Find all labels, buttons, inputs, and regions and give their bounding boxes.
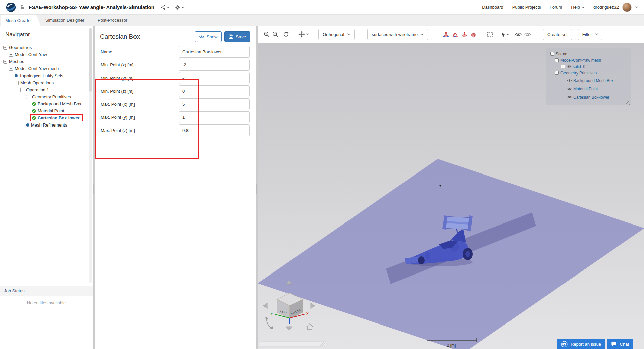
tree-item-geometry-primitives[interactable]: Geometry Primitives <box>0 93 93 100</box>
save-button-label: Save <box>236 34 246 39</box>
collapse-icon[interactable] <box>9 67 13 71</box>
show-button[interactable]: Show <box>195 31 222 42</box>
name-input[interactable] <box>179 46 250 58</box>
scene-item-label: solid_0 <box>573 64 585 69</box>
scene-tree-item-mesh[interactable]: Model-Conf-Yaw mesh <box>548 57 629 63</box>
report-issue-button[interactable]: Report an issue <box>557 339 605 349</box>
select-edges-icon[interactable] <box>451 30 459 39</box>
select-volumes-icon[interactable] <box>469 30 477 39</box>
collapse-icon[interactable] <box>15 81 19 85</box>
tree-item-label: Material Point <box>38 108 64 113</box>
expand-icon[interactable] <box>561 65 565 68</box>
tree-item-label: Mesh Operations <box>20 80 54 85</box>
tree-item-model-conf-yaw-mesh[interactable]: Model-Conf-Yaw mesh <box>0 65 93 72</box>
min-y-input[interactable] <box>179 72 250 84</box>
nav-link-public-projects[interactable]: Public Projects <box>512 5 541 10</box>
collapse-icon[interactable] <box>26 95 30 99</box>
tree-item-mesh-refinements[interactable]: Mesh Refinements <box>0 121 93 129</box>
max-x-input[interactable] <box>179 98 250 110</box>
tree-item-model-conf-yaw[interactable]: Model-Conf-Yaw <box>0 51 93 58</box>
material-point-marker[interactable] <box>440 185 441 187</box>
pan-tool-menu[interactable] <box>298 31 309 38</box>
horizontal-scrollbar[interactable] <box>259 342 326 347</box>
zoom-out-icon[interactable] <box>271 30 279 39</box>
workbench-tabs: Mesh Creator Simulation Designer Post-Pr… <box>0 15 644 26</box>
pan-icon <box>298 31 305 38</box>
settings-menu-button[interactable] <box>175 5 184 10</box>
scene-tree-item-geometry-primitives[interactable]: Geometry Primitives <box>548 70 629 76</box>
select-faces-icon[interactable] <box>460 30 468 39</box>
box-select-icon[interactable] <box>486 30 494 39</box>
overlay-resize-grip[interactable] <box>626 101 630 105</box>
collapse-icon[interactable] <box>550 52 554 56</box>
save-button[interactable]: Save <box>224 31 250 42</box>
show-all-icon[interactable] <box>514 30 522 39</box>
nav-link-forum[interactable]: Forum <box>550 5 562 10</box>
user-avatar[interactable] <box>622 3 632 12</box>
visibility-eye-icon[interactable] <box>567 79 572 82</box>
home-view-icon[interactable] <box>307 324 313 329</box>
tree-item-background-mesh-box[interactable]: Background Mesh Box <box>0 100 93 107</box>
app-logo-icon[interactable] <box>6 2 16 12</box>
scene-tree-item-material-point[interactable]: Material Point <box>548 85 629 93</box>
user-menu[interactable]: drodriguez32 <box>593 3 638 12</box>
min-z-input[interactable] <box>179 85 250 97</box>
navigator-scrollbar[interactable] <box>89 28 92 283</box>
viewport-3d: Orthogonal surfaces with wireframe Creat… <box>258 26 644 349</box>
tab-mesh-creator[interactable]: Mesh Creator <box>1 15 41 26</box>
min-x-input[interactable] <box>179 59 250 71</box>
job-status-header[interactable]: Job Status <box>0 286 93 296</box>
tree-item-topological-entity-sets[interactable]: Topological Entity Sets <box>0 72 93 79</box>
share-button[interactable] <box>160 5 170 10</box>
scene-tree-item-solid-0[interactable]: solid_0 <box>548 63 629 70</box>
scene-item-label: Geometry Primitives <box>560 71 597 76</box>
tree-item-meshes[interactable]: Meshes <box>0 58 93 65</box>
render-mode-dropdown[interactable]: surfaces with wireframe <box>367 29 428 40</box>
tree-item-geometries[interactable]: Geometries <box>0 44 93 51</box>
top-header: FSAE-Workshop-S3- Yaw angle- Analysis-Si… <box>0 0 644 15</box>
max-z-input[interactable] <box>179 124 250 136</box>
nav-link-dashboard[interactable]: Dashboard <box>482 5 503 10</box>
create-set-button[interactable]: Create set <box>543 29 572 40</box>
pointer-select-menu[interactable] <box>501 32 509 37</box>
panel-splitter-right[interactable] <box>256 26 258 349</box>
navigator-panel: Navigator Geometries Model-Conf-Yaw Mesh… <box>0 26 93 349</box>
collapse-icon[interactable] <box>555 71 559 75</box>
select-vertices-icon[interactable] <box>442 30 450 39</box>
tree-item-material-point[interactable]: Material Point <box>0 107 93 114</box>
splitter-grip[interactable] <box>93 184 94 194</box>
collapse-icon[interactable] <box>3 60 7 64</box>
hide-selected-icon[interactable] <box>524 30 532 39</box>
x-axis-label: X <box>306 312 309 316</box>
max-y-input[interactable] <box>179 111 250 123</box>
panel-splitter-left[interactable] <box>93 26 95 349</box>
3d-canvas[interactable]: LEFT BOTTOM <box>258 43 644 349</box>
collapse-icon[interactable] <box>3 46 7 50</box>
splitter-grip[interactable] <box>256 184 257 194</box>
filter-dropdown[interactable]: Filter <box>578 29 602 40</box>
tree-item-operation-1[interactable]: Operation 1 <box>0 86 93 93</box>
scene-tree-item-scene[interactable]: Scene <box>548 51 629 57</box>
scene-tree-item-cartesian-box-lower[interactable]: Cartesian Box-lower <box>548 93 629 101</box>
collapse-icon[interactable] <box>20 88 24 92</box>
scene-tree-item-background-mesh-box[interactable]: Background Mesh Box <box>548 76 629 85</box>
zoom-in-icon[interactable] <box>263 30 271 39</box>
chat-button[interactable]: Chat <box>607 339 633 349</box>
projection-dropdown[interactable]: Orthogonal <box>318 29 355 40</box>
tree-item-mesh-operations[interactable]: Mesh Operations <box>0 79 93 86</box>
refresh-view-icon[interactable] <box>282 30 290 39</box>
visibility-eye-icon[interactable] <box>567 65 571 68</box>
help-menu[interactable]: Help <box>571 5 585 10</box>
check-icon <box>32 102 36 106</box>
expand-icon[interactable] <box>9 53 13 57</box>
roll-arrows[interactable] <box>265 317 273 329</box>
chevron-down-icon <box>595 33 598 35</box>
visibility-eye-icon[interactable] <box>567 87 572 90</box>
check-icon <box>32 116 36 120</box>
tab-simulation-designer[interactable]: Simulation Designer <box>41 15 93 26</box>
tree-item-cartesian-box-lower[interactable]: Cartesian Box-lower <box>0 114 93 121</box>
collapse-icon[interactable] <box>555 58 559 62</box>
visibility-eye-icon[interactable] <box>567 96 572 99</box>
tab-post-processor[interactable]: Post-Processor <box>93 15 136 26</box>
scrollbar-thumb[interactable] <box>89 28 92 92</box>
